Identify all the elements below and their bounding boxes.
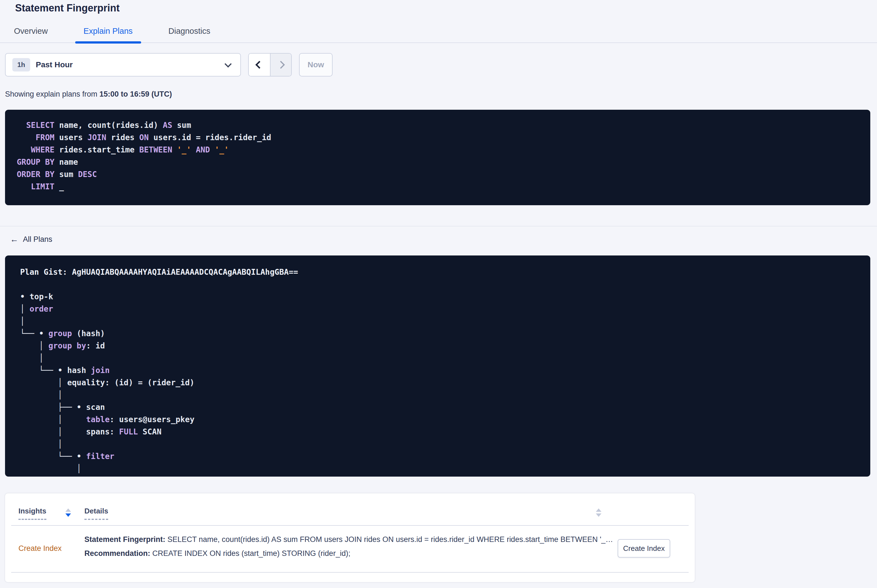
column-header-insights[interactable]: Insights [18, 507, 47, 520]
tab-bar: Overview Explain Plans Diagnostics [0, 26, 877, 43]
chevron-right-icon [277, 61, 285, 69]
sort-icon-details[interactable] [596, 508, 602, 517]
prev-time-button[interactable] [249, 54, 270, 76]
time-range-summary: Showing explain plans from 15:00 to 16:5… [5, 90, 877, 99]
sort-icon-insights[interactable] [65, 508, 71, 517]
plan-gist-label: Plan Gist: [20, 267, 72, 277]
time-range-label: Past Hour [36, 60, 73, 69]
statement-fingerprint-page: Statement Fingerprint Overview Explain P… [0, 0, 877, 588]
sort-asc-icon [596, 508, 602, 512]
plan-gist-block: Plan Gist: AgHUAQIABQAAAAHYAQIAiAEAAAADC… [5, 255, 870, 477]
time-range-badge: 1h [12, 58, 30, 72]
sql-statement-block: SELECT name, count(rides.id) AS sum FROM… [5, 110, 870, 205]
column-header-details[interactable]: Details [84, 507, 108, 520]
tab-overview[interactable]: Overview [14, 26, 48, 42]
summary-prefix: Showing explain plans from [5, 90, 99, 98]
all-plans-back-link[interactable]: ← All Plans [10, 234, 52, 245]
back-link-label: All Plans [23, 235, 52, 244]
plan-gist-line: Plan Gist: AgHUAQIABQAAAAHYAQIAiAEAAAADC… [20, 266, 870, 278]
chevron-left-icon [256, 61, 263, 69]
tab-diagnostics[interactable]: Diagnostics [168, 26, 211, 42]
sort-desc-icon [65, 513, 71, 517]
section-divider [0, 226, 877, 226]
time-toolbar: 1h Past Hour Now [5, 53, 877, 76]
plan-tree: • top-k│ order│└── • group (hash) │ grou… [20, 291, 870, 475]
time-range-picker[interactable]: 1h Past Hour [5, 53, 241, 76]
create-index-button[interactable]: Create Index [618, 539, 670, 558]
detail-line-fingerprint: Statement Fingerprint: SELECT name, coun… [84, 532, 604, 546]
back-arrow-icon: ← [10, 235, 18, 243]
insights-card: Insights Details Create Index Statement … [5, 494, 695, 582]
next-time-button[interactable] [270, 54, 291, 76]
chevron-down-icon [224, 60, 232, 67]
sort-asc-icon [65, 508, 71, 512]
detail-line-recommendation: Recommendation: CREATE INDEX ON rides (s… [84, 546, 604, 560]
insight-type-link[interactable]: Create Index [18, 544, 62, 553]
now-button[interactable]: Now [299, 53, 332, 76]
time-step-buttons [248, 53, 292, 76]
tab-explain-plans[interactable]: Explain Plans [84, 26, 133, 42]
table-header-divider [11, 525, 689, 526]
sql-statement-code: SELECT name, count(rides.id) AS sum FROM… [17, 119, 870, 193]
insight-details-cell: Statement Fingerprint: SELECT name, coun… [84, 532, 604, 560]
summary-range: 15:00 to 16:59 (UTC) [99, 90, 172, 98]
table-row-divider [11, 572, 689, 573]
sort-desc-icon [596, 513, 602, 517]
plan-gist-value: AgHUAQIABQAAAAHYAQIAiAEAAAADCQACAgAABQIL… [72, 267, 298, 277]
page-title: Statement Fingerprint [0, 0, 877, 14]
